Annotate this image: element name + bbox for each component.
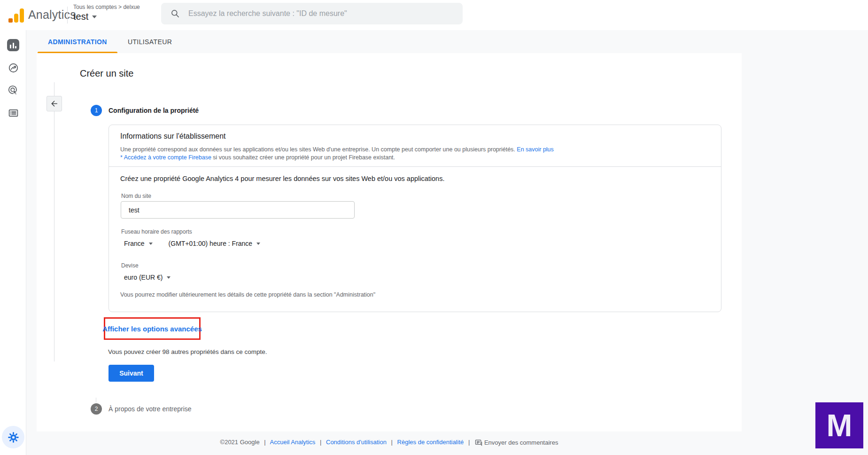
- app-header: Analytics Tous les comptes > delxue test…: [0, 0, 868, 30]
- account-switcher[interactable]: test: [73, 11, 140, 22]
- logo-bar-mid: [14, 14, 18, 23]
- admin-tabbar: ADMINISTRATION UTILISATEUR: [26, 30, 868, 53]
- copyright: ©2021 Google: [220, 439, 260, 446]
- firebase-rest-text: si vous souhaitez créer une propriété po…: [213, 154, 395, 161]
- chevron-down-icon: [149, 243, 153, 245]
- nav-advertising-icon[interactable]: [0, 81, 26, 100]
- gear-icon: [7, 431, 20, 444]
- footer-link-analytics-home[interactable]: Accueil Analytics: [270, 439, 316, 446]
- app-name: Analytics: [28, 8, 76, 22]
- property-info-card: Informations sur l'établissement Une pro…: [108, 125, 721, 312]
- watermark-badge: M: [815, 402, 863, 448]
- step-1-badge: 1: [91, 105, 102, 116]
- step-2: 2 À propos de votre entreprise: [91, 403, 192, 415]
- learn-more-link[interactable]: En savoir plus: [517, 146, 554, 153]
- next-button[interactable]: Suivant: [108, 365, 154, 382]
- feedback-label: Envoyer des commentaires: [484, 439, 558, 446]
- watermark-letter: M: [827, 410, 852, 441]
- nav-realtime-icon[interactable]: [0, 58, 26, 77]
- stepper-line: [54, 82, 54, 361]
- realtime-trend-icon: [8, 62, 19, 74]
- logo-bar-tall: [20, 8, 24, 23]
- timezone-value-dropdown[interactable]: (GMT+01:00) heure : France: [169, 240, 261, 247]
- timezone-label: Fuseau horaire des rapports: [121, 228, 192, 235]
- footer-separator: |: [320, 439, 321, 446]
- nav-library-icon[interactable]: [0, 103, 26, 122]
- advertising-target-icon: [8, 85, 19, 96]
- chevron-down-icon: [92, 16, 97, 18]
- nav-reports-icon[interactable]: [0, 36, 26, 55]
- account-breadcrumb: Tous les comptes > delxue test: [73, 4, 140, 22]
- back-button[interactable]: [46, 96, 62, 111]
- chevron-down-icon: [167, 276, 170, 279]
- site-name-label: Nom du site: [121, 193, 151, 199]
- create-site-panel: Créer un site 1 Configuration de la prop…: [37, 53, 742, 431]
- footer: ©2021 Google | Accueil Analytics | Condi…: [37, 439, 742, 447]
- info-card-description: Une propriété correspond aux données sur…: [120, 146, 707, 162]
- step-2-badge: 2: [91, 403, 102, 415]
- page-title: Créer un site: [80, 68, 134, 79]
- firebase-link[interactable]: * Accédez à votre compte Firebase: [120, 154, 211, 161]
- currency-label: Devise: [121, 262, 139, 269]
- stepper-connector: [96, 398, 96, 402]
- footer-separator: |: [468, 439, 470, 446]
- feedback-icon: [474, 439, 482, 447]
- step-2-label: À propos de votre entreprise: [108, 405, 192, 413]
- account-name: test: [73, 11, 88, 22]
- analytics-logo-icon[interactable]: [8, 8, 24, 23]
- currency-row: euro (EUR €): [124, 274, 170, 281]
- tab-utilisateur-label: UTILISATEUR: [128, 38, 172, 46]
- site-name-input[interactable]: [121, 201, 355, 219]
- admin-settings-button[interactable]: [2, 426, 24, 448]
- tab-administration[interactable]: ADMINISTRATION: [38, 30, 117, 53]
- chevron-down-icon: [256, 243, 260, 245]
- timezone-country-value: France: [124, 240, 145, 247]
- search-bar[interactable]: [161, 3, 463, 24]
- tab-administration-label: ADMINISTRATION: [48, 38, 107, 46]
- timezone-row: France (GMT+01:00) heure : France: [124, 240, 260, 247]
- bar-chart-icon: [7, 39, 19, 51]
- quota-note: Vous pouvez créer 98 autres propriétés d…: [108, 348, 267, 355]
- arrow-left-icon: [50, 99, 59, 108]
- breadcrumb: Tous les comptes > delxue: [73, 4, 140, 10]
- currency-dropdown[interactable]: euro (EUR €): [124, 274, 170, 281]
- tab-utilisateur[interactable]: UTILISATEUR: [117, 30, 182, 53]
- footer-separator: |: [264, 439, 265, 446]
- red-annotation-box: Afficher les options avancées: [104, 317, 201, 340]
- info-card-title: Informations sur l'établissement: [120, 132, 225, 141]
- search-input[interactable]: [188, 9, 442, 18]
- currency-value: euro (EUR €): [124, 274, 163, 281]
- footer-link-terms[interactable]: Conditions d'utilisation: [326, 439, 387, 446]
- logo-dot: [8, 18, 13, 23]
- header-divider: [67, 7, 68, 24]
- left-nav: [0, 30, 26, 455]
- edit-later-note: Vous pourrez modifier ultérieurement les…: [120, 291, 375, 298]
- timezone-country-dropdown[interactable]: France: [124, 240, 153, 247]
- timezone-value: (GMT+01:00) heure : France: [169, 240, 253, 247]
- ga4-intro-text: Créez une propriété Google Analytics 4 p…: [120, 175, 444, 182]
- description-text: Une propriété correspond aux données sur…: [120, 146, 515, 153]
- footer-separator: |: [391, 439, 393, 446]
- admin-library-icon: [8, 107, 19, 119]
- card-divider: [109, 166, 721, 167]
- send-feedback[interactable]: Envoyer des commentaires: [474, 439, 558, 447]
- step-1: 1 Configuration de la propriété: [91, 105, 199, 116]
- advanced-options-link[interactable]: Afficher les options avancées: [102, 325, 202, 333]
- search-icon: [170, 9, 180, 18]
- footer-link-privacy[interactable]: Règles de confidentialité: [397, 439, 464, 446]
- step-1-label: Configuration de la propriété: [108, 107, 199, 114]
